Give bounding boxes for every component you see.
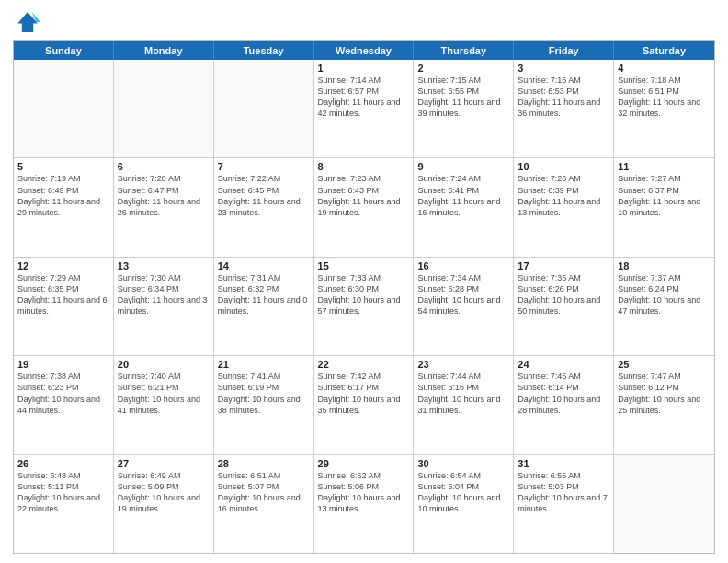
day-info: Sunrise: 7:14 AM Sunset: 6:57 PM Dayligh…	[318, 75, 410, 120]
day-info: Sunrise: 6:49 AM Sunset: 5:09 PM Dayligh…	[118, 470, 210, 515]
day-info: Sunrise: 7:42 AM Sunset: 6:17 PM Dayligh…	[318, 371, 410, 416]
calendar-row: 1Sunrise: 7:14 AM Sunset: 6:57 PM Daylig…	[14, 60, 714, 157]
calendar-cell: 4Sunrise: 7:18 AM Sunset: 6:51 PM Daylig…	[614, 60, 714, 157]
svg-marker-0	[17, 12, 38, 32]
day-number: 2	[417, 63, 509, 74]
calendar-header-cell: Wednesday	[314, 41, 415, 60]
logo	[13, 9, 42, 35]
day-number: 22	[318, 359, 410, 370]
day-number: 16	[417, 260, 509, 271]
day-number: 8	[318, 161, 410, 172]
calendar-header-cell: Tuesday	[214, 41, 314, 60]
calendar-cell: 1Sunrise: 7:14 AM Sunset: 6:57 PM Daylig…	[314, 60, 415, 157]
day-info: Sunrise: 7:29 AM Sunset: 6:35 PM Dayligh…	[17, 272, 109, 317]
calendar-body: 1Sunrise: 7:14 AM Sunset: 6:57 PM Daylig…	[14, 60, 714, 553]
page: SundayMondayTuesdayWednesdayThursdayFrid…	[0, 0, 728, 563]
calendar-cell: 20Sunrise: 7:40 AM Sunset: 6:21 PM Dayli…	[114, 356, 214, 454]
logo-icon	[15, 9, 40, 35]
day-number: 31	[518, 458, 609, 469]
day-number: 17	[518, 260, 609, 271]
calendar-cell: 8Sunrise: 7:23 AM Sunset: 6:43 PM Daylig…	[314, 158, 415, 256]
day-info: Sunrise: 7:44 AM Sunset: 6:16 PM Dayligh…	[417, 371, 509, 416]
day-info: Sunrise: 7:22 AM Sunset: 6:45 PM Dayligh…	[218, 173, 310, 218]
calendar-cell: 18Sunrise: 7:37 AM Sunset: 6:24 PM Dayli…	[614, 258, 714, 355]
calendar-header-cell: Sunday	[14, 41, 114, 60]
calendar-cell: 25Sunrise: 7:47 AM Sunset: 6:12 PM Dayli…	[614, 356, 714, 454]
calendar-cell: 16Sunrise: 7:34 AM Sunset: 6:28 PM Dayli…	[414, 258, 514, 355]
calendar-header-row: SundayMondayTuesdayWednesdayThursdayFrid…	[14, 41, 714, 60]
calendar-cell: 19Sunrise: 7:38 AM Sunset: 6:23 PM Dayli…	[14, 356, 114, 454]
calendar-cell: 23Sunrise: 7:44 AM Sunset: 6:16 PM Dayli…	[414, 356, 514, 454]
day-number: 25	[618, 359, 711, 370]
calendar-cell: 27Sunrise: 6:49 AM Sunset: 5:09 PM Dayli…	[114, 455, 214, 553]
calendar-cell-empty	[14, 60, 114, 157]
day-info: Sunrise: 7:33 AM Sunset: 6:30 PM Dayligh…	[318, 272, 410, 317]
day-number: 13	[118, 260, 210, 271]
day-info: Sunrise: 7:35 AM Sunset: 6:26 PM Dayligh…	[518, 272, 609, 317]
day-number: 21	[218, 359, 310, 370]
day-info: Sunrise: 7:31 AM Sunset: 6:32 PM Dayligh…	[218, 272, 310, 317]
calendar-cell: 28Sunrise: 6:51 AM Sunset: 5:07 PM Dayli…	[214, 455, 314, 553]
day-info: Sunrise: 6:55 AM Sunset: 5:03 PM Dayligh…	[518, 470, 609, 515]
day-info: Sunrise: 6:51 AM Sunset: 5:07 PM Dayligh…	[218, 470, 310, 515]
calendar-cell-empty	[214, 60, 314, 157]
day-number: 28	[218, 458, 310, 469]
day-info: Sunrise: 7:38 AM Sunset: 6:23 PM Dayligh…	[17, 371, 109, 416]
day-number: 6	[118, 161, 210, 172]
header	[13, 9, 715, 35]
calendar-cell: 6Sunrise: 7:20 AM Sunset: 6:47 PM Daylig…	[114, 158, 214, 256]
day-number: 11	[618, 161, 711, 172]
calendar-cell: 5Sunrise: 7:19 AM Sunset: 6:49 PM Daylig…	[14, 158, 114, 256]
day-info: Sunrise: 6:54 AM Sunset: 5:04 PM Dayligh…	[417, 470, 509, 515]
day-number: 15	[318, 260, 410, 271]
day-number: 5	[17, 161, 109, 172]
calendar-cell: 12Sunrise: 7:29 AM Sunset: 6:35 PM Dayli…	[14, 258, 114, 355]
calendar: SundayMondayTuesdayWednesdayThursdayFrid…	[13, 40, 715, 554]
calendar-cell: 22Sunrise: 7:42 AM Sunset: 6:17 PM Dayli…	[314, 356, 415, 454]
calendar-row: 19Sunrise: 7:38 AM Sunset: 6:23 PM Dayli…	[14, 355, 714, 454]
calendar-cell: 17Sunrise: 7:35 AM Sunset: 6:26 PM Dayli…	[514, 258, 614, 355]
day-info: Sunrise: 7:23 AM Sunset: 6:43 PM Dayligh…	[318, 173, 410, 218]
calendar-cell: 24Sunrise: 7:45 AM Sunset: 6:14 PM Dayli…	[514, 356, 614, 454]
day-number: 18	[618, 260, 711, 271]
day-number: 12	[17, 260, 109, 271]
calendar-cell: 14Sunrise: 7:31 AM Sunset: 6:32 PM Dayli…	[214, 258, 314, 355]
day-info: Sunrise: 7:41 AM Sunset: 6:19 PM Dayligh…	[218, 371, 310, 416]
day-number: 23	[417, 359, 509, 370]
day-info: Sunrise: 7:16 AM Sunset: 6:53 PM Dayligh…	[518, 75, 609, 120]
calendar-row: 5Sunrise: 7:19 AM Sunset: 6:49 PM Daylig…	[14, 157, 714, 256]
day-number: 9	[417, 161, 509, 172]
calendar-cell: 29Sunrise: 6:52 AM Sunset: 5:06 PM Dayli…	[314, 455, 415, 553]
calendar-cell: 21Sunrise: 7:41 AM Sunset: 6:19 PM Dayli…	[214, 356, 314, 454]
day-number: 24	[518, 359, 609, 370]
day-number: 3	[518, 63, 609, 74]
calendar-cell: 9Sunrise: 7:24 AM Sunset: 6:41 PM Daylig…	[414, 158, 514, 256]
day-number: 29	[318, 458, 410, 469]
calendar-row: 26Sunrise: 6:48 AM Sunset: 5:11 PM Dayli…	[14, 454, 714, 553]
calendar-cell: 30Sunrise: 6:54 AM Sunset: 5:04 PM Dayli…	[414, 455, 514, 553]
day-number: 4	[618, 63, 711, 74]
calendar-header-cell: Monday	[114, 41, 214, 60]
calendar-cell: 13Sunrise: 7:30 AM Sunset: 6:34 PM Dayli…	[114, 258, 214, 355]
day-info: Sunrise: 7:37 AM Sunset: 6:24 PM Dayligh…	[618, 272, 711, 317]
day-info: Sunrise: 7:47 AM Sunset: 6:12 PM Dayligh…	[618, 371, 711, 416]
day-info: Sunrise: 7:30 AM Sunset: 6:34 PM Dayligh…	[118, 272, 210, 317]
day-info: Sunrise: 6:52 AM Sunset: 5:06 PM Dayligh…	[318, 470, 410, 515]
day-number: 19	[17, 359, 109, 370]
day-number: 27	[118, 458, 210, 469]
day-number: 1	[318, 63, 410, 74]
calendar-header-cell: Friday	[514, 41, 614, 60]
calendar-cell: 26Sunrise: 6:48 AM Sunset: 5:11 PM Dayli…	[14, 455, 114, 553]
calendar-cell: 2Sunrise: 7:15 AM Sunset: 6:55 PM Daylig…	[414, 60, 514, 157]
day-info: Sunrise: 7:40 AM Sunset: 6:21 PM Dayligh…	[118, 371, 210, 416]
calendar-cell: 31Sunrise: 6:55 AM Sunset: 5:03 PM Dayli…	[514, 455, 614, 553]
calendar-header-cell: Thursday	[414, 41, 514, 60]
day-number: 10	[518, 161, 609, 172]
calendar-header-cell: Saturday	[614, 41, 714, 60]
calendar-cell: 3Sunrise: 7:16 AM Sunset: 6:53 PM Daylig…	[514, 60, 614, 157]
day-info: Sunrise: 7:34 AM Sunset: 6:28 PM Dayligh…	[417, 272, 509, 317]
day-info: Sunrise: 7:27 AM Sunset: 6:37 PM Dayligh…	[618, 173, 711, 218]
day-info: Sunrise: 7:24 AM Sunset: 6:41 PM Dayligh…	[417, 173, 509, 218]
calendar-cell: 15Sunrise: 7:33 AM Sunset: 6:30 PM Dayli…	[314, 258, 415, 355]
calendar-cell: 7Sunrise: 7:22 AM Sunset: 6:45 PM Daylig…	[214, 158, 314, 256]
